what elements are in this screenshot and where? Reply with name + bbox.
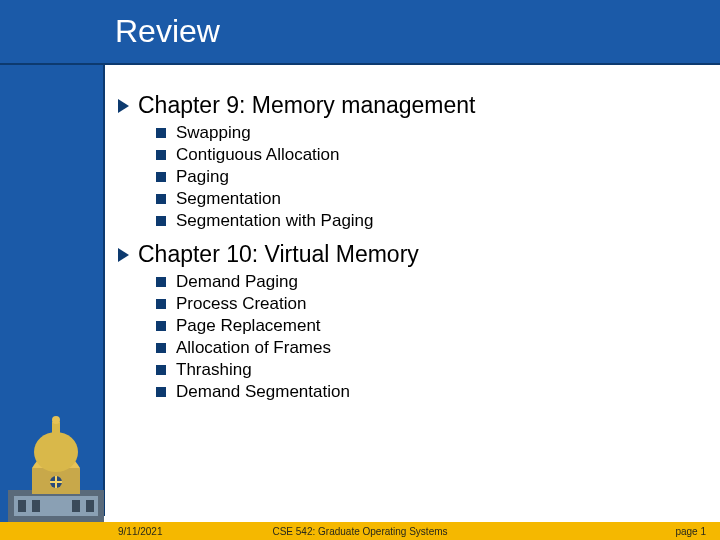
list-item: Thrashing xyxy=(156,360,700,380)
section-heading-text: Chapter 9: Memory management xyxy=(138,92,476,119)
square-bullet-icon xyxy=(156,321,166,331)
svg-point-5 xyxy=(52,416,60,424)
title-bar: Review xyxy=(0,0,720,84)
list-item: Segmentation xyxy=(156,189,700,209)
list-item: Contiguous Allocation xyxy=(156,145,700,165)
list-item: Demand Segmentation xyxy=(156,382,700,402)
list-item-text: Process Creation xyxy=(176,294,306,314)
list-item: Segmentation with Paging xyxy=(156,211,700,231)
slide-title: Review xyxy=(115,13,220,50)
list-item: Allocation of Frames xyxy=(156,338,700,358)
list-item: Process Creation xyxy=(156,294,700,314)
dome-logo-icon xyxy=(8,412,104,522)
list-item: Demand Paging xyxy=(156,272,700,292)
section-heading: Chapter 10: Virtual Memory xyxy=(118,241,700,268)
section-heading: Chapter 9: Memory management xyxy=(118,92,700,119)
svg-point-3 xyxy=(34,432,78,472)
list-item-text: Paging xyxy=(176,167,229,187)
square-bullet-icon xyxy=(156,150,166,160)
svg-rect-10 xyxy=(86,500,94,512)
list-item-text: Segmentation xyxy=(176,189,281,209)
footer-course: CSE 542: Graduate Operating Systems xyxy=(272,526,447,537)
square-bullet-icon xyxy=(156,299,166,309)
list-item-text: Swapping xyxy=(176,123,251,143)
square-bullet-icon xyxy=(156,172,166,182)
list-item-text: Page Replacement xyxy=(176,316,321,336)
square-bullet-icon xyxy=(156,194,166,204)
square-bullet-icon xyxy=(156,216,166,226)
square-bullet-icon xyxy=(156,277,166,287)
list-item-text: Demand Paging xyxy=(176,272,298,292)
list-item-text: Thrashing xyxy=(176,360,252,380)
list-item-text: Contiguous Allocation xyxy=(176,145,340,165)
square-bullet-icon xyxy=(156,343,166,353)
triangle-bullet-icon xyxy=(118,248,129,262)
title-separator xyxy=(0,63,720,65)
section-heading-text: Chapter 10: Virtual Memory xyxy=(138,241,419,268)
svg-rect-9 xyxy=(72,500,80,512)
square-bullet-icon xyxy=(156,365,166,375)
square-bullet-icon xyxy=(156,387,166,397)
footer-date: 9/11/2021 xyxy=(118,526,163,537)
list-item-text: Allocation of Frames xyxy=(176,338,331,358)
list-item: Page Replacement xyxy=(156,316,700,336)
svg-rect-1 xyxy=(14,496,98,516)
footer: 9/11/2021 CSE 542: Graduate Operating Sy… xyxy=(0,522,720,540)
svg-rect-8 xyxy=(32,500,40,512)
triangle-bullet-icon xyxy=(118,99,129,113)
list-item-text: Demand Segmentation xyxy=(176,382,350,402)
svg-rect-7 xyxy=(18,500,26,512)
footer-page: page 1 xyxy=(675,526,706,537)
list-item: Swapping xyxy=(156,123,700,143)
slide: Review Chapter 9: Memory management Swap… xyxy=(0,0,720,540)
square-bullet-icon xyxy=(156,128,166,138)
content-area: Chapter 9: Memory management Swapping Co… xyxy=(118,92,700,402)
svg-rect-4 xyxy=(52,422,60,436)
list-item-text: Segmentation with Paging xyxy=(176,211,374,231)
list-item: Paging xyxy=(156,167,700,187)
